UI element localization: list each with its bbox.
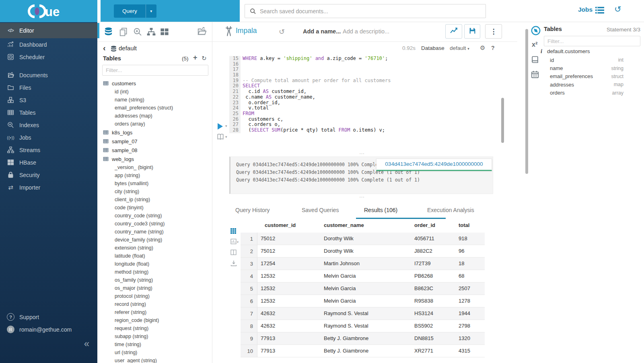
sidebar-item-tables[interactable]: Tables: [0, 106, 97, 119]
assist-sitemap-icon[interactable]: [147, 27, 156, 38]
tree-column[interactable]: referer (string): [97, 308, 212, 316]
tree-table-k8s_logs[interactable]: k8s_logs: [97, 128, 212, 137]
sidebar-item-scheduler[interactable]: Scheduler: [0, 51, 97, 63]
assist-column-email_preferences[interactable]: email_preferencesstruct: [544, 72, 640, 80]
sidebar-collapse-button[interactable]: «: [84, 338, 89, 349]
editor-scrollbar[interactable]: [501, 98, 504, 143]
query-description-field[interactable]: Add a descriptio...: [343, 28, 389, 35]
tab-results-106-[interactable]: Results (106): [364, 204, 397, 216]
back-chevron-icon[interactable]: ‹: [103, 43, 106, 53]
tree-column[interactable]: country_code3 (string): [97, 220, 212, 228]
new-query-button[interactable]: Query ▾: [114, 4, 156, 18]
functions-icon[interactable]: x²: [532, 41, 537, 48]
tree-column[interactable]: device_family (string): [97, 236, 212, 244]
chart-settings-button[interactable]: [445, 24, 462, 39]
query-name-field[interactable]: Add a name...: [303, 28, 341, 35]
assist-documents-icon[interactable]: [119, 27, 128, 38]
sidebar-item-s3[interactable]: S3: [0, 94, 97, 106]
assist-filter-input[interactable]: [544, 36, 640, 46]
language-reference-book-icon[interactable]: [531, 56, 539, 65]
assist-search-icon[interactable]: [133, 27, 142, 38]
breadcrumb-database[interactable]: default: [119, 45, 137, 52]
log-resize-handle[interactable]: ⋯: [353, 151, 371, 157]
tree-column[interactable]: client_ip (string): [97, 196, 212, 204]
tree-table-customers[interactable]: customers: [97, 79, 212, 88]
tree-column[interactable]: email_preferences (struct): [97, 104, 212, 112]
assist-column-orders[interactable]: ordersarray: [544, 89, 640, 97]
tree-column[interactable]: longitude (float): [97, 260, 212, 268]
explain-book-icon[interactable]: [217, 133, 224, 142]
sidebar-item-files[interactable]: Files: [0, 81, 97, 94]
help-icon[interactable]: ?: [491, 45, 495, 51]
refresh-tables-icon[interactable]: ↻: [202, 55, 207, 62]
result-columns-icon[interactable]: [230, 250, 237, 257]
tree-column[interactable]: extension (string): [97, 244, 212, 252]
result-col-header-1[interactable]: customer_name: [324, 221, 364, 230]
tree-column[interactable]: bytes (smallint): [97, 179, 212, 188]
tree-column[interactable]: id (int): [97, 88, 212, 96]
execute-query-button[interactable]: [218, 123, 223, 130]
sidebar-item-support[interactable]: ? Support: [0, 311, 97, 323]
tree-column[interactable]: os_family (string): [97, 276, 212, 284]
query-button-caret-icon[interactable]: ▾: [146, 4, 156, 18]
result-col-header-0[interactable]: customer_id: [265, 221, 296, 230]
sidebar-item-dashboard[interactable]: Dashboard: [0, 38, 97, 51]
tree-column[interactable]: code (tinyint): [97, 204, 212, 212]
tables-filter-input[interactable]: [102, 65, 208, 76]
tree-column[interactable]: app (string): [97, 171, 212, 179]
tab-query-history[interactable]: Query History: [235, 204, 270, 216]
sidebar-user[interactable]: R romain@gethue.com: [0, 323, 97, 336]
query-history-icon[interactable]: ↺: [614, 4, 621, 14]
results-resize-handle[interactable]: ⋯: [353, 194, 371, 200]
add-table-icon[interactable]: +: [193, 54, 198, 62]
hue-logo[interactable]: ue: [25, 4, 72, 20]
tree-column[interactable]: region_code (bigint): [97, 316, 212, 324]
sidebar-item-security[interactable]: Security: [0, 169, 97, 181]
tree-column[interactable]: city (string): [97, 188, 212, 196]
scheduler-calendar-icon[interactable]: [531, 70, 539, 80]
tree-column[interactable]: latitude (float): [97, 252, 212, 260]
tree-column[interactable]: method (string): [97, 268, 212, 276]
tree-column[interactable]: request (string): [97, 324, 212, 332]
jobs-list-icon[interactable]: [595, 7, 604, 15]
database-selector-value[interactable]: default ▾: [450, 45, 469, 51]
result-col-header-2[interactable]: order_id: [414, 221, 435, 230]
tree-table-sample_07[interactable]: sample_07: [97, 137, 212, 146]
query-button-label[interactable]: Query: [114, 4, 146, 18]
sidebar-item-jobs[interactable]: ((•))Jobs: [0, 131, 97, 144]
result-col-header-3[interactable]: total: [459, 221, 469, 230]
sql-code-editor[interactable]: 15WHERE a.key = 'shipping' and a.zip_cod…: [229, 56, 495, 133]
table-info-icon[interactable]: i: [541, 48, 542, 55]
more-actions-button[interactable]: ⋮: [485, 24, 502, 39]
sidebar-item-streams[interactable]: Streams: [0, 144, 97, 156]
explain-options-caret-icon[interactable]: ▾: [225, 135, 227, 139]
assist-column-addresses[interactable]: addressesmap: [544, 80, 640, 89]
sidebar-item-indexes[interactable]: Indexes: [0, 119, 97, 131]
assist-table-name[interactable]: default.customers: [547, 48, 590, 54]
tree-column[interactable]: os_major (string): [97, 284, 212, 292]
jobs-link[interactable]: Jobs: [578, 6, 593, 13]
sidebar-item-hbase[interactable]: HBase: [0, 156, 97, 169]
save-query-button[interactable]: [464, 24, 480, 39]
assist-db-icon[interactable]: [104, 27, 113, 38]
tree-column[interactable]: protocol (string): [97, 292, 212, 300]
settings-gear-icon[interactable]: ⚙: [480, 44, 485, 52]
download-results-icon[interactable]: [230, 260, 237, 268]
tab-execution-analysis[interactable]: Execution Analysis: [427, 204, 474, 216]
tree-column[interactable]: orders (array): [97, 120, 212, 128]
tree-column[interactable]: url (string): [97, 349, 212, 357]
tree-column[interactable]: _version_ (bigint): [97, 163, 212, 171]
execute-options-caret-icon[interactable]: ▾: [225, 124, 227, 128]
tree-column[interactable]: subapp (string): [97, 332, 212, 340]
sidebar-item-editor[interactable]: </>Editor: [0, 23, 97, 38]
tree-column[interactable]: country_name (string): [97, 228, 212, 236]
search-input[interactable]: [256, 8, 486, 15]
result-grid-view-icon[interactable]: [230, 228, 236, 234]
tree-column[interactable]: user_agent (string): [97, 357, 212, 363]
tab-saved-queries[interactable]: Saved Queries: [302, 204, 339, 216]
sidebar-item-documents[interactable]: Documents: [0, 69, 97, 81]
assist-column-id[interactable]: idint: [544, 56, 640, 64]
tree-table-sample_08[interactable]: sample_08: [97, 146, 212, 155]
tree-column[interactable]: country_code (string): [97, 212, 212, 220]
assist-hbase-icon[interactable]: [160, 27, 169, 38]
